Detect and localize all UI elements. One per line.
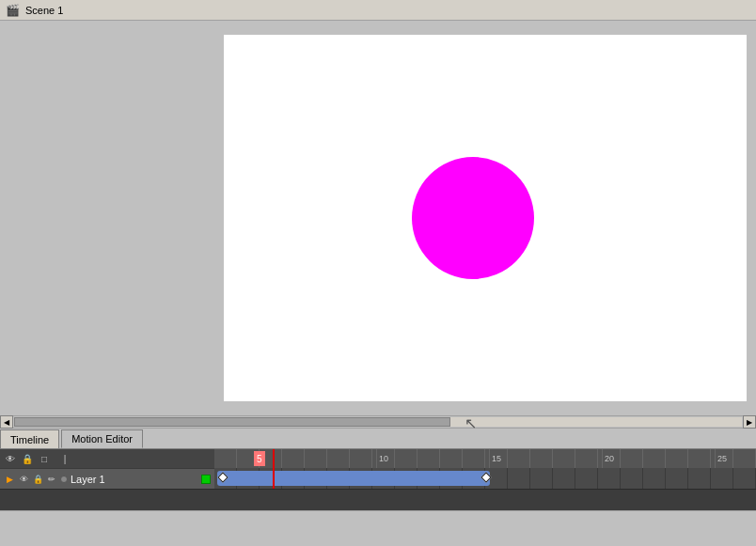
eye-icon[interactable]: 👁: [4, 452, 17, 465]
left-panel: [0, 21, 214, 415]
motion-tween-bar: [217, 471, 490, 486]
white-canvas[interactable]: [224, 35, 747, 401]
status-bar: [0, 510, 756, 529]
tabs-row: Timeline Motion Editor: [0, 429, 756, 449]
scene-icon: 🎬: [6, 4, 20, 17]
tab-timeline[interactable]: Timeline: [0, 429, 59, 448]
layer-frames[interactable]: [214, 468, 756, 489]
layer-pencil-icon[interactable]: ✏: [46, 474, 57, 485]
playhead-frames: [273, 468, 275, 489]
timeline-ruler: 5 10 15 20 25: [214, 449, 756, 468]
lock-icon[interactable]: 🔒: [21, 452, 34, 465]
timeline-header: 👁 🔒 □ | 5 10 15 20 25: [0, 449, 756, 468]
layer-arrow-icon: ▶: [4, 474, 15, 485]
layer-lock-icon[interactable]: 🔒: [32, 474, 43, 485]
tab-motion-editor[interactable]: Motion Editor: [61, 429, 143, 448]
layer-info: ▶ 👁 🔒 ✏ Layer 1: [0, 468, 214, 489]
scroll-left-button[interactable]: ◀: [0, 415, 13, 429]
circle: [412, 157, 534, 279]
minor-ticks: [214, 449, 756, 468]
insert-frame-icon[interactable]: |: [58, 452, 71, 465]
timeline-area: 👁 🔒 □ | 5 10 15 20 25: [0, 449, 756, 510]
outline-icon[interactable]: □: [38, 452, 51, 465]
frame-number-box: 5: [254, 451, 265, 466]
layer-color-box: [201, 475, 211, 484]
scroll-right-button[interactable]: ▶: [743, 415, 756, 429]
timeline-scrollbar[interactable]: [0, 489, 756, 500]
title-text: Scene 1: [25, 5, 63, 16]
stage-canvas[interactable]: [214, 21, 756, 415]
scroll-thumb[interactable]: [14, 417, 450, 427]
layer-eye-icon[interactable]: 👁: [18, 474, 29, 485]
title-bar: 🎬 Scene 1: [0, 0, 756, 21]
horizontal-scrollbar: ◀ ▶ ↖: [0, 415, 756, 429]
layer-row: ▶ 👁 🔒 ✏ Layer 1: [0, 468, 756, 489]
scroll-track[interactable]: [14, 417, 742, 427]
timeline-layer-header: 👁 🔒 □ |: [0, 449, 214, 468]
playhead-line: [273, 449, 275, 468]
layer-visibility-dot: [60, 476, 68, 483]
